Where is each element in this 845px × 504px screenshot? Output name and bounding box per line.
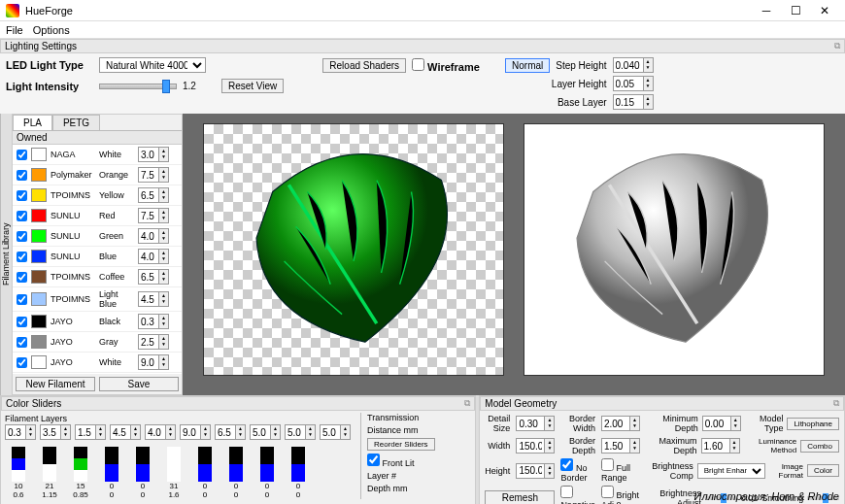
- layer-spinner[interactable]: ▲▼: [75, 424, 106, 440]
- panel-grip-icon[interactable]: ⧉: [464, 398, 470, 409]
- lum-method-button[interactable]: Combo: [800, 440, 839, 453]
- layer-bar[interactable]: [98, 447, 125, 482]
- step-height-spinner[interactable]: ▲▼: [613, 57, 654, 73]
- filament-check[interactable]: [17, 170, 27, 181]
- layer-bar[interactable]: [5, 447, 32, 482]
- bright-comp-select[interactable]: Bright Enhance 1: [697, 463, 765, 479]
- color-swatch: [31, 148, 47, 161]
- reorder-sliders-button[interactable]: Reorder Sliders: [367, 438, 435, 451]
- filament-val-spinner[interactable]: ▲▼: [138, 167, 169, 183]
- layer-spinner[interactable]: ▲▼: [110, 424, 141, 440]
- layer-height-spinner[interactable]: ▲▼: [613, 76, 654, 91]
- layer-bar[interactable]: [254, 447, 281, 482]
- filament-row[interactable]: SUNLUGreen▲▼: [13, 226, 182, 247]
- filament-row[interactable]: SUNLUBlue▲▼: [13, 247, 182, 267]
- normal-button[interactable]: Normal: [505, 58, 550, 73]
- layer-bar[interactable]: [160, 447, 187, 482]
- filament-val-spinner[interactable]: ▲▼: [138, 187, 169, 203]
- filament-row[interactable]: TPOIMNSLight Blue▲▼: [13, 287, 182, 312]
- border-width-spinner[interactable]: ▲▼: [601, 416, 640, 431]
- tab-pla[interactable]: PLA: [13, 115, 52, 130]
- base-layer-spinner[interactable]: ▲▼: [613, 94, 654, 110]
- filament-val-spinner[interactable]: ▲▼: [138, 314, 169, 329]
- filament-val-spinner[interactable]: ▲▼: [138, 228, 169, 244]
- filament-val-spinner[interactable]: ▲▼: [138, 147, 169, 162]
- color-preview[interactable]: [203, 123, 504, 376]
- maximize-button[interactable]: ☐: [781, 1, 810, 20]
- filament-val-spinner[interactable]: ▲▼: [138, 208, 169, 223]
- layer-spinner[interactable]: ▲▼: [5, 424, 36, 440]
- layer-spinner[interactable]: ▲▼: [180, 424, 211, 440]
- filament-list[interactable]: NAGAWhite▲▼PolymakerOrange▲▼TPOIMNSYello…: [13, 145, 182, 374]
- layer-spinner[interactable]: ▲▼: [285, 424, 316, 440]
- remesh-button[interactable]: Remesh: [485, 490, 555, 504]
- bright-adj0-check[interactable]: Bright Adj 0: [601, 486, 640, 504]
- filament-val-spinner[interactable]: ▲▼: [138, 291, 169, 307]
- full-range-check[interactable]: Full Range: [601, 458, 640, 483]
- wireframe-check[interactable]: Wireframe: [412, 58, 499, 73]
- model-type-button[interactable]: Lithophane: [787, 418, 839, 430]
- filament-check[interactable]: [17, 211, 27, 221]
- layer-bar[interactable]: [129, 447, 156, 482]
- reset-view-button[interactable]: Reset View: [221, 79, 284, 93]
- new-filament-button[interactable]: New Filament: [16, 377, 95, 391]
- filament-row[interactable]: PolymakerOrange▲▼: [13, 165, 182, 185]
- layer-spinner[interactable]: ▲▼: [250, 424, 281, 440]
- layer-num1: 0: [222, 482, 250, 490]
- detail-size-spinner[interactable]: ▲▼: [516, 416, 555, 431]
- layer-spinner[interactable]: ▲▼: [40, 424, 71, 440]
- layer-spinner[interactable]: ▲▼: [145, 424, 176, 440]
- reload-shaders-button[interactable]: Reload Shaders: [322, 58, 406, 73]
- panel-grip-icon[interactable]: ⧉: [833, 398, 839, 409]
- filament-check[interactable]: [17, 272, 27, 283]
- color-swatch: [31, 188, 47, 202]
- close-button[interactable]: ✕: [810, 1, 839, 20]
- filament-check[interactable]: [17, 190, 27, 201]
- layer-bar[interactable]: [36, 447, 63, 482]
- img-format-button[interactable]: Color: [807, 464, 839, 477]
- filament-row[interactable]: SUNLURed▲▼: [13, 206, 182, 226]
- filament-val-spinner[interactable]: ▲▼: [138, 249, 169, 264]
- filament-row[interactable]: JAYOBlack▲▼: [13, 312, 182, 332]
- filament-row[interactable]: JAYOWhite▲▼: [13, 353, 182, 373]
- layer-bar[interactable]: [285, 447, 312, 482]
- layer-spinner[interactable]: ▲▼: [320, 424, 351, 440]
- panel-grip-icon[interactable]: ⧉: [834, 41, 840, 51]
- filament-val-spinner[interactable]: ▲▼: [138, 354, 169, 370]
- filament-row[interactable]: JAYOGray▲▼: [13, 332, 182, 353]
- filament-val-spinner[interactable]: ▲▼: [138, 269, 169, 285]
- layer-bar[interactable]: [191, 447, 219, 482]
- filament-check[interactable]: [17, 357, 27, 368]
- height-spinner[interactable]: ▲▼: [516, 463, 555, 479]
- minimize-button[interactable]: ─: [752, 1, 781, 20]
- filament-check[interactable]: [17, 252, 27, 262]
- negative-check[interactable]: Negative: [560, 486, 595, 504]
- tab-petg[interactable]: PETG: [52, 115, 100, 130]
- width-spinner[interactable]: ▲▼: [516, 438, 555, 454]
- filament-row[interactable]: TPOIMNSCoffee▲▼: [13, 267, 182, 287]
- layer-bar[interactable]: [67, 447, 94, 482]
- filament-row[interactable]: TPOIMNSYellow▲▼: [13, 185, 182, 206]
- filament-check[interactable]: [17, 231, 27, 242]
- led-type-select[interactable]: Natural White 4000K: [99, 57, 206, 73]
- front-lit-check[interactable]: Front Lit: [367, 454, 435, 468]
- border-depth-spinner[interactable]: ▲▼: [601, 438, 640, 454]
- save-button[interactable]: Save: [99, 377, 179, 391]
- min-depth-spinner[interactable]: ▲▼: [702, 416, 741, 431]
- layer-bar[interactable]: [222, 447, 250, 482]
- no-border-check[interactable]: No Border: [560, 458, 595, 483]
- filament-val-spinner[interactable]: ▲▼: [138, 334, 169, 350]
- max-depth-spinner[interactable]: ▲▼: [701, 438, 740, 454]
- filament-check[interactable]: [17, 294, 27, 305]
- filament-check[interactable]: [17, 150, 27, 160]
- filament-check[interactable]: [17, 317, 27, 327]
- menu-options[interactable]: Options: [33, 24, 70, 36]
- menu-file[interactable]: File: [6, 24, 23, 36]
- filament-row[interactable]: NAGAWhite▲▼: [13, 145, 182, 165]
- color-swatch: [31, 292, 47, 306]
- layer-spinner[interactable]: ▲▼: [215, 424, 246, 440]
- filament-library-tab[interactable]: Filament Library: [0, 114, 12, 395]
- depth-preview[interactable]: [524, 123, 825, 376]
- filament-check[interactable]: [17, 337, 27, 348]
- light-intensity-slider[interactable]: [99, 84, 177, 89]
